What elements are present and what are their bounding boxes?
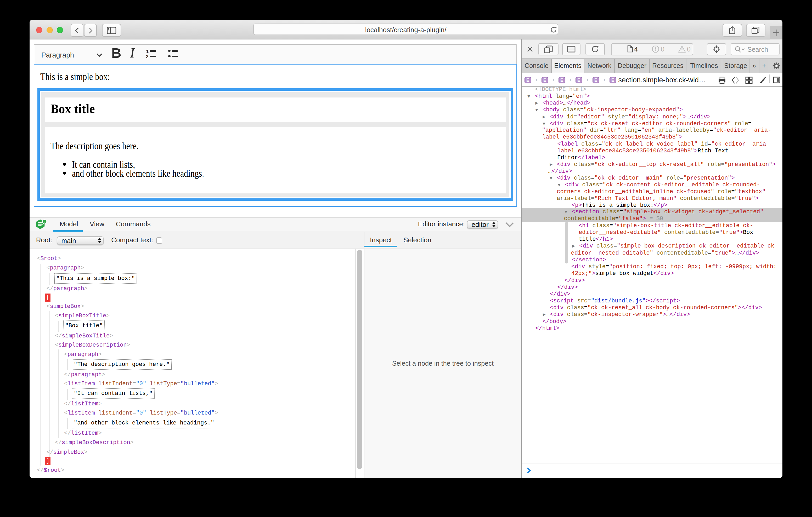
- svg-text:5: 5: [44, 220, 45, 223]
